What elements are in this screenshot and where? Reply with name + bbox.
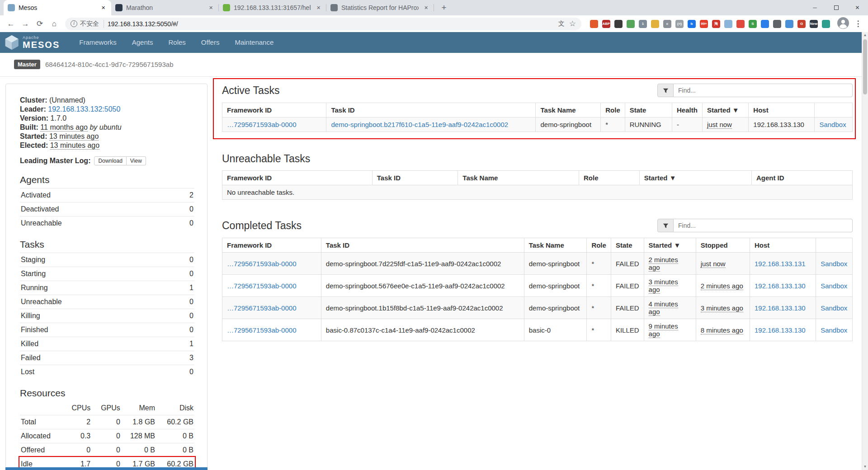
minimize-button[interactable]: ─: [804, 0, 826, 15]
column-header[interactable]: Role: [601, 103, 625, 118]
reload-button[interactable]: ⟳: [33, 18, 46, 30]
extension-icon[interactable]: [785, 20, 793, 28]
cell-link[interactable]: …7295671593ab-0000: [227, 121, 296, 128]
extension-icon[interactable]: [761, 20, 769, 28]
nav-item-agents[interactable]: Agents: [124, 32, 161, 53]
extension-icon[interactable]: S: [749, 20, 757, 28]
browser-tab[interactable]: Marathon✕: [111, 0, 219, 15]
cell-link[interactable]: 192.168.133.131: [755, 260, 806, 268]
nav-item-offers[interactable]: Offers: [193, 32, 227, 53]
extension-icon[interactable]: ABP: [602, 20, 610, 28]
extension-icon[interactable]: [651, 20, 659, 28]
vertical-scrollbar[interactable]: ▲ ▼: [862, 32, 868, 470]
forward-button[interactable]: →: [19, 18, 32, 30]
cell-link[interactable]: 192.168.133.130: [755, 326, 806, 334]
filter-button[interactable]: [657, 84, 674, 97]
cell-link[interactable]: Sandbox: [821, 304, 847, 312]
column-header[interactable]: State: [611, 238, 644, 253]
extension-icon[interactable]: G: [797, 20, 806, 28]
profile-avatar[interactable]: [837, 17, 849, 31]
extension-icon[interactable]: 淘: [712, 20, 720, 28]
column-header[interactable]: Task Name: [458, 171, 579, 185]
find-input[interactable]: [674, 84, 853, 97]
cell-link[interactable]: Sandbox: [821, 326, 847, 334]
home-button[interactable]: ⌂: [48, 18, 61, 30]
tab-close-icon[interactable]: ✕: [315, 4, 322, 12]
column-header[interactable]: Role: [587, 238, 611, 253]
mesos-brand[interactable]: Apache MESOS: [5, 34, 60, 51]
column-header[interactable]: GPUs: [91, 401, 121, 415]
address-bar[interactable]: i 不安全 192.168.133.132:5050/#/ 文 ☆: [65, 18, 581, 30]
scroll-up-arrow[interactable]: ▲: [862, 32, 868, 38]
cell-link[interactable]: 192.168.133.130: [755, 304, 806, 312]
nav-item-frameworks[interactable]: Frameworks: [71, 32, 124, 53]
extension-icon[interactable]: b: [688, 20, 696, 28]
cell-link[interactable]: …7295671593ab-0000: [227, 282, 296, 290]
find-input[interactable]: [674, 219, 853, 232]
cell-link[interactable]: 192.168.133.130: [755, 282, 806, 290]
column-header[interactable]: Task ID: [326, 103, 536, 118]
log-view-button[interactable]: View: [127, 156, 146, 165]
browser-tab[interactable]: Mesos✕: [4, 0, 111, 15]
column-header[interactable]: Host: [749, 103, 815, 118]
extension-icon[interactable]: [590, 20, 598, 28]
column-header[interactable]: Task ID: [372, 171, 458, 185]
column-header[interactable]: Health: [672, 103, 703, 118]
extension-icon[interactable]: [773, 20, 781, 28]
column-header[interactable]: Mem: [121, 401, 156, 415]
leader-link[interactable]: 192.168.133.132:5050: [48, 105, 120, 113]
column-header[interactable]: [815, 103, 853, 118]
column-header[interactable]: Framework ID: [222, 171, 373, 185]
back-button[interactable]: ←: [5, 18, 17, 30]
maximize-button[interactable]: [826, 0, 847, 15]
column-header[interactable]: CPUs: [62, 401, 92, 415]
tab-close-icon[interactable]: ✕: [422, 4, 430, 12]
extension-icon[interactable]: [822, 20, 830, 28]
extension-icon[interactable]: c: [663, 20, 671, 28]
scrollbar-thumb[interactable]: [863, 39, 867, 94]
cell-link[interactable]: demo-springboot.b217f610-c1a5-11e9-aaf9-…: [331, 121, 508, 128]
column-header[interactable]: Host: [750, 238, 816, 253]
column-header[interactable]: Agent ID: [751, 171, 852, 185]
extension-icon[interactable]: [627, 20, 635, 28]
browser-menu-icon[interactable]: ⋮: [853, 19, 863, 28]
close-button[interactable]: ✕: [847, 0, 868, 15]
nav-item-maintenance[interactable]: Maintenance: [227, 32, 281, 53]
column-header[interactable]: State: [625, 103, 672, 118]
bookmark-star-icon[interactable]: ☆: [569, 19, 576, 28]
browser-tab[interactable]: Statistics Report for HAProxy✕: [326, 0, 434, 15]
column-header[interactable]: Task Name: [536, 103, 601, 118]
tab-close-icon[interactable]: ✕: [207, 4, 215, 12]
browser-tab[interactable]: 192.168.133.131:31657/hello✕: [219, 0, 326, 15]
column-header[interactable]: [20, 401, 62, 415]
column-header[interactable]: Task ID: [321, 238, 524, 253]
extension-icon[interactable]: [736, 20, 745, 28]
cell-link[interactable]: Sandbox: [821, 260, 847, 268]
translate-icon[interactable]: 文: [558, 20, 565, 28]
filter-button[interactable]: [657, 219, 674, 232]
extension-icon[interactable]: [614, 20, 623, 28]
column-header[interactable]: Task Name: [524, 238, 587, 253]
cell-link[interactable]: …7295671593ab-0000: [227, 326, 296, 334]
column-header[interactable]: Framework ID: [222, 238, 321, 253]
nav-item-roles[interactable]: Roles: [160, 32, 193, 53]
column-header[interactable]: [816, 238, 853, 253]
new-tab-button[interactable]: +: [438, 1, 450, 14]
extension-icon[interactable]: [724, 20, 732, 28]
cell-link[interactable]: Sandbox: [821, 282, 847, 290]
extension-icon[interactable]: 1: [639, 20, 647, 28]
log-download-button[interactable]: Download: [94, 156, 126, 165]
security-chip[interactable]: i 不安全: [71, 20, 104, 28]
column-header[interactable]: Stopped: [696, 238, 750, 253]
column-header[interactable]: Role: [579, 171, 639, 185]
column-header[interactable]: Disk: [156, 401, 194, 415]
tab-close-icon[interactable]: ✕: [99, 4, 107, 12]
column-header[interactable]: Started ▼: [644, 238, 696, 253]
cell-link[interactable]: …7295671593ab-0000: [227, 260, 296, 268]
column-header[interactable]: Framework ID: [222, 103, 326, 118]
column-header[interactable]: Started ▼: [639, 171, 751, 185]
column-header[interactable]: Started ▼: [702, 103, 748, 118]
extension-icon[interactable]: (=): [675, 20, 684, 28]
extension-icon[interactable]: New: [810, 20, 818, 28]
cell-link[interactable]: …7295671593ab-0000: [227, 304, 296, 312]
